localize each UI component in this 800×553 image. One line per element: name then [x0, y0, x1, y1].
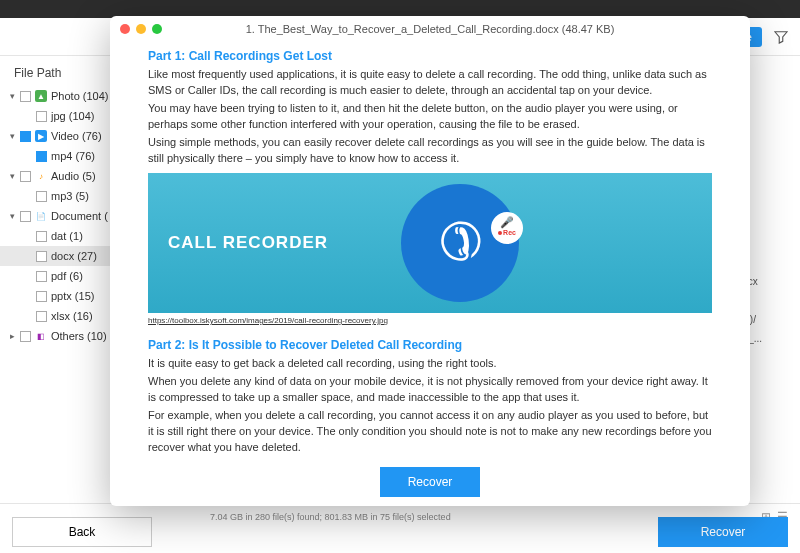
- minimize-icon[interactable]: [136, 24, 146, 34]
- hero-image: CALL RECORDER ✆ 🎤 Rec: [148, 173, 712, 313]
- document-icon: 📄: [35, 210, 47, 222]
- microphone-icon: 🎤: [500, 217, 514, 228]
- others-icon: ◧: [35, 330, 47, 342]
- hero-circle: ✆ 🎤 Rec: [401, 184, 519, 302]
- status-text: 7.04 GB in 280 file(s) found; 801.83 MB …: [210, 512, 451, 522]
- part1-heading: Part 1: Call Recordings Get Lost: [148, 48, 712, 65]
- back-button[interactable]: Back: [12, 517, 152, 547]
- modal-header: 1. The_Best_Way_to_Recover_a_Deleted_Cal…: [110, 16, 750, 42]
- audio-icon: ♪: [35, 170, 47, 182]
- maximize-icon[interactable]: [152, 24, 162, 34]
- photo-icon: ▲: [35, 90, 47, 102]
- part2-heading: Part 2: Is It Possible to Recover Delete…: [148, 337, 712, 354]
- preview-modal: 1. The_Best_Way_to_Recover_a_Deleted_Cal…: [110, 16, 750, 506]
- bg-footer: ⟳ Advanced Video Re 7.04 GB in 280 file(…: [0, 503, 800, 553]
- paragraph: For example, when you delete a call reco…: [148, 408, 712, 456]
- rec-badge: 🎤 Rec: [491, 212, 523, 244]
- paragraph: It is quite easy to get back a deleted c…: [148, 356, 712, 372]
- phone-icon: ✆: [429, 201, 491, 285]
- video-icon: ▶: [35, 130, 47, 142]
- paragraph: Like most frequently used applications, …: [148, 67, 712, 99]
- modal-body[interactable]: Part 1: Call Recordings Get Lost Like mo…: [110, 42, 750, 458]
- paragraph: Using simple methods, you can easily rec…: [148, 135, 712, 167]
- image-source-url: https://toolbox.iskysoft.com/images/2019…: [148, 315, 712, 327]
- recover-main-button[interactable]: Recover: [658, 517, 788, 547]
- close-icon[interactable]: [120, 24, 130, 34]
- paragraph: You may have been trying to listen to it…: [148, 101, 712, 133]
- modal-footer: Recover: [110, 458, 750, 506]
- modal-title: 1. The_Best_Way_to_Recover_a_Deleted_Cal…: [162, 23, 698, 35]
- filter-icon[interactable]: [774, 30, 788, 44]
- hero-text: CALL RECORDER: [168, 231, 328, 256]
- recover-modal-button[interactable]: Recover: [380, 467, 480, 497]
- paragraph: When you delete any kind of data on your…: [148, 374, 712, 406]
